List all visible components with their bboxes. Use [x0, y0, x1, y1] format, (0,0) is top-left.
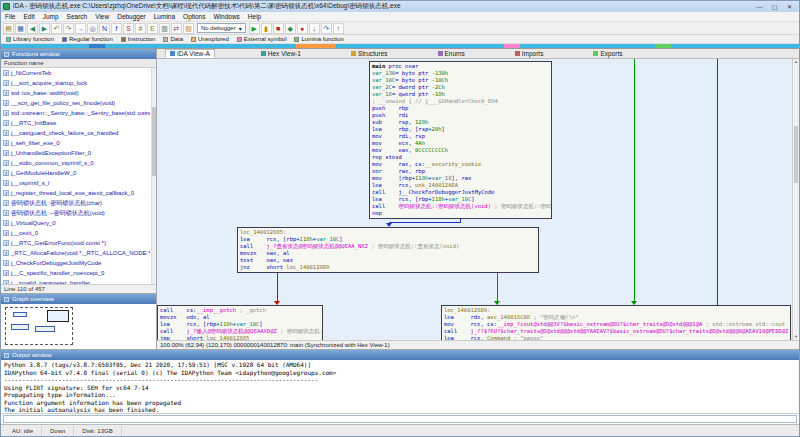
close-button[interactable]: ✕ — [782, 3, 797, 10]
asm-block-input_loop[interactable]: call cs:__imp__getch ; _getchmovzx edx, … — [157, 305, 323, 340]
legend-item: Unexplored — [191, 36, 229, 42]
graph-overview-canvas[interactable] — [1, 304, 156, 349]
menu-item-help[interactable]: Help — [244, 13, 265, 20]
step-out-icon[interactable]: ↑ — [333, 23, 344, 34]
graph-area[interactable]: main proc nearvar_130= byte ptr -130hvar… — [157, 59, 792, 340]
asm-line: call j__CheckForDebuggerJustMyCode — [372, 189, 549, 196]
debugger-select[interactable]: No debugger ▾ — [197, 23, 246, 33]
output-window-header[interactable]: Output window — [1, 350, 799, 360]
strings-icon[interactable]: S — [123, 23, 134, 34]
stop-icon[interactable]: ■ — [273, 23, 284, 34]
colors-icon[interactable]: ▧ — [183, 23, 194, 34]
tab-label: Hex View-1 — [268, 50, 301, 57]
tab-enums[interactable]: Enums — [434, 50, 469, 57]
function-list-item[interactable]: fj_CheckForDebuggerJustMyCode — [1, 258, 150, 268]
back-icon[interactable]: ◀ — [27, 23, 38, 34]
function-list-item[interactable]: fj__castguard_check_failure_os_handled — [1, 128, 150, 138]
segments-icon[interactable]: ▥ — [159, 23, 170, 34]
function-list-item[interactable]: fj__vsprintf_s_l — [1, 178, 150, 188]
function-list-item[interactable]: fj_register_thread_local_exe_atexit_call… — [1, 188, 150, 198]
graph-scrollbar[interactable]: ▲ ▼ — [792, 59, 799, 340]
function-list-item[interactable]: fj__RTC_InitBase — [1, 118, 150, 128]
menu-item-lumina[interactable]: Lumina — [150, 13, 179, 20]
graph-scrollbar-thumb[interactable] — [794, 126, 798, 182]
function-list-item[interactable]: fj__RTC_GetErrorFunc(void const *) — [1, 238, 150, 248]
tab-structures[interactable]: Structures — [347, 50, 392, 57]
function-list-item[interactable]: fj_GetModuleHandleW_0 — [1, 168, 150, 178]
redo-icon[interactable]: ↷ — [63, 23, 74, 34]
scroll-down-icon[interactable]: ▼ — [793, 334, 799, 340]
menu-item-edit[interactable]: Edit — [19, 13, 38, 20]
graph-overview-header[interactable]: Graph overview — [1, 294, 156, 304]
function-name-column-header[interactable]: Function name — [1, 59, 156, 68]
menu-item-file[interactable]: File — [1, 13, 19, 20]
functions-window-header[interactable]: Functions window — [1, 49, 156, 59]
save-icon[interactable]: ▦ — [15, 23, 26, 34]
tab-hex-view-1[interactable]: Hex View-1 — [257, 50, 305, 57]
asm-line: mov rdi, rsp — [372, 133, 549, 140]
function-list-item[interactable]: fj_seh_filter_exe_0 — [1, 138, 150, 148]
scroll-up-icon[interactable]: ▲ — [793, 59, 799, 65]
function-list-item[interactable]: f_RTC_AllocaFailure(void *,_RTC_ALLOCA_N… — [1, 248, 150, 258]
pause-icon[interactable]: ▮ — [261, 23, 272, 34]
function-list-item[interactable]: fj__C_specific_handler_noexcept_0 — [1, 268, 150, 278]
tab-exports[interactable]: Exports — [589, 50, 626, 57]
run-icon[interactable]: ▶ — [249, 23, 260, 34]
function-name: j__C_specific_handler_noexcept_0 — [11, 270, 104, 276]
menu-item-options[interactable]: Options — [179, 13, 209, 20]
output-line: IDAPython 64-bit v7.4.0 final (serial 0)… — [4, 369, 796, 377]
function-list-item[interactable]: f__scrt_get_file_policy_set_fmode(void) — [1, 98, 150, 108]
function-list-item[interactable]: fj_VirtualQuery_0 — [1, 218, 150, 228]
step-over-icon[interactable]: ↷ — [321, 23, 332, 34]
structures-icon[interactable]: # — [135, 23, 146, 34]
asm-line: push rdi — [372, 112, 549, 119]
function-icon: f — [3, 250, 9, 256]
function-list-item[interactable]: fj__scrt_acquire_startup_lock — [1, 78, 150, 88]
asm-block-loc_1400128D9[interactable]: loc_1400128D9:lea rdx, asc_140018C08 ; "… — [441, 305, 791, 340]
bug-icon[interactable]: ◆ — [285, 23, 296, 34]
function-list-item[interactable]: f密码锁状态机::~密码锁状态机(void) — [1, 208, 150, 218]
functions-scrollbar-thumb[interactable] — [152, 107, 156, 176]
menu-item-windows[interactable]: Windows — [209, 13, 243, 20]
menu-item-debugger[interactable]: Debugger — [113, 13, 150, 20]
minimize-button[interactable]: — — [752, 4, 767, 10]
xrefs-icon[interactable]: ⇄ — [171, 23, 182, 34]
tab-imports[interactable]: Imports — [511, 50, 548, 57]
functions-icon[interactable]: f — [111, 23, 122, 34]
function-list-item[interactable]: f密码锁状态机::密码锁状态机(char) — [1, 198, 150, 208]
names-icon[interactable]: N — [99, 23, 110, 34]
function-list-item[interactable]: fj__stdio_common_vsprintf_s_0 — [1, 158, 150, 168]
graph-status-line: 100.00% (62,94) (120,170) 00000001400128… — [157, 340, 799, 349]
enums-icon[interactable]: E — [147, 23, 158, 34]
asm-block-loc_140012885[interactable]: loc_140012885:lea rcx, [rbp+118h+var_10C… — [237, 227, 539, 273]
function-list-item[interactable]: fj_UnhandledExceptionFilter_0 — [1, 148, 150, 158]
menu-item-search[interactable]: Search — [63, 13, 92, 20]
menu-item-jump[interactable]: Jump — [39, 13, 63, 20]
title-bar[interactable]: IDA - 密码锁状态机.exe C:\Users\zjzhq\OneDrive… — [1, 1, 799, 12]
step-into-icon[interactable]: ↓ — [309, 23, 320, 34]
menu-item-view[interactable]: View — [91, 13, 113, 20]
function-list-item[interactable]: fj__cexit_0 — [1, 228, 150, 238]
cli-input[interactable] — [3, 415, 797, 423]
legend-label: Regular function — [69, 36, 113, 42]
tab-ida-view-a[interactable]: IDA View-A — [165, 49, 215, 58]
output-content[interactable]: Python 3.8.7 (tags/v3.8.7:6503f05, Dec 2… — [1, 360, 799, 413]
jump-icon[interactable]: → — [75, 23, 86, 34]
breakpoint-icon[interactable]: ● — [297, 23, 308, 34]
function-list-item[interactable]: fstd::ostream::_Sentry_base::_Sentry_bas… — [1, 108, 150, 118]
open-file-icon[interactable]: ▤ — [3, 23, 14, 34]
overview-node — [13, 312, 27, 317]
forward-icon[interactable]: ▶ — [39, 23, 50, 34]
asm-line: loc_1400128D9: — [444, 307, 788, 314]
search-icon[interactable]: ◎ — [87, 23, 98, 34]
maximize-button[interactable]: ▢ — [767, 3, 782, 10]
asm-block-main[interactable]: main proc nearvar_130= byte ptr -130hvar… — [369, 61, 552, 219]
asm-line: lea rcx, [rbp+118h+var_10C] — [372, 196, 549, 203]
asm-line: mov eax, 0CCCCCCCCh — [372, 147, 549, 154]
function-list-item[interactable]: fj_NtCurrentTeb — [1, 68, 150, 78]
functions-scrollbar[interactable] — [151, 68, 156, 284]
asm-line: mov rax, cs:__security_cookie — [372, 161, 549, 168]
function-list-item[interactable]: fj__invalid_parameter_handler — [1, 278, 150, 284]
function-list-item[interactable]: fstd::ios_base::width(void) — [1, 88, 150, 98]
undo-icon[interactable]: ↶ — [51, 23, 62, 34]
